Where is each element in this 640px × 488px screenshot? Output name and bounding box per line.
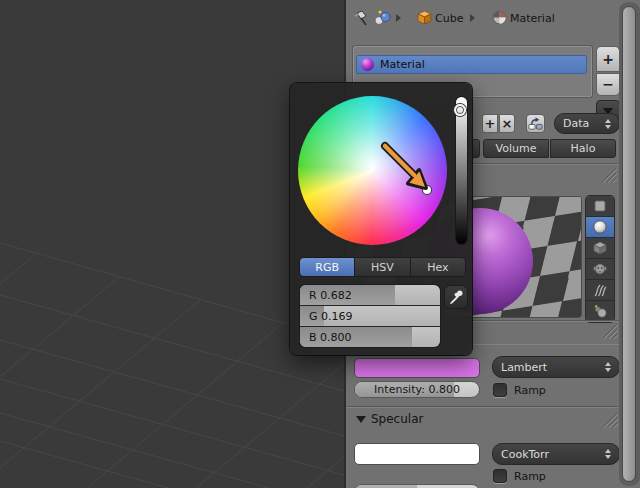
tab-rgb[interactable]: RGB	[300, 258, 355, 276]
eyedropper-icon	[447, 288, 465, 306]
unlink-material-button[interactable]: ×	[499, 114, 515, 133]
preview-flat-button[interactable]	[586, 196, 614, 217]
world-sphere-icon	[592, 303, 608, 319]
preview-world-button[interactable]	[586, 301, 614, 322]
diffuse-intensity-slider[interactable]: Intensity: 0.800	[354, 381, 480, 398]
diffuse-shader-dropdown[interactable]: Lambert	[492, 356, 620, 378]
blue-slider[interactable]: B 0.800	[300, 327, 440, 347]
value-slider-handle[interactable]	[454, 104, 466, 116]
specular-panel-title[interactable]: Specular	[371, 412, 423, 426]
breadcrumb: Cube Material	[346, 0, 623, 38]
flat-icon	[592, 198, 608, 214]
preview-cube-button[interactable]	[586, 238, 614, 259]
specular-ramp-label: Ramp	[514, 470, 546, 483]
specular-intensity-slider[interactable]: Intensity: 0.500	[354, 484, 480, 488]
link-data-dropdown[interactable]: Data	[554, 113, 620, 134]
breadcrumb-data[interactable]: Material	[510, 12, 555, 26]
tab-hex-label: Hex	[427, 261, 448, 274]
green-slider[interactable]: G 0.169	[300, 306, 440, 327]
material-slot-row[interactable]: Material	[356, 55, 587, 74]
diffuse-color-swatch[interactable]	[354, 358, 480, 378]
tab-hsv-label: HSV	[371, 261, 394, 274]
header-underline	[460, 344, 623, 345]
panel-separator	[346, 406, 623, 408]
cube-icon	[417, 10, 432, 25]
sphere-icon	[592, 219, 608, 235]
panel-resize-corner-icon[interactable]	[597, 413, 619, 428]
panel-resize-corner-icon[interactable]	[597, 324, 619, 339]
tab-halo[interactable]: Halo	[550, 139, 616, 158]
specular-ramp-checkbox[interactable]	[493, 469, 507, 483]
diffuse-ramp-label: Ramp	[514, 384, 546, 397]
dropdown-arrows-icon	[605, 119, 611, 129]
tab-volume[interactable]: Volume	[483, 139, 549, 158]
specular-shader-dropdown[interactable]: CookTorr	[492, 443, 620, 465]
dropdown-arrows-icon	[605, 449, 611, 459]
specular-shader-label: CookTorr	[501, 448, 549, 461]
specular-collapse-triangle[interactable]	[356, 416, 366, 423]
picker-mode-tabs: RGB HSV Hex	[300, 258, 465, 276]
diffuse-shader-label: Lambert	[501, 361, 547, 374]
red-slider-label: R 0.682	[300, 285, 440, 305]
material-ball-icon	[361, 58, 374, 71]
rgb-sliders: R 0.682 G 0.169 B 0.800	[300, 285, 440, 347]
panel-resize-corner-icon[interactable]	[596, 168, 618, 183]
color-picker-popup: RGB HSV Hex R 0.682 G 0.169 B 0.800	[290, 83, 472, 355]
nodes-icon	[527, 115, 544, 132]
remove-slot-button[interactable]: −	[596, 73, 620, 96]
tab-hex[interactable]: Hex	[411, 258, 465, 276]
preview-monkey-button[interactable]	[586, 259, 614, 280]
preview-type-buttons	[586, 196, 614, 322]
specular-color-swatch[interactable]	[354, 443, 480, 465]
pin-icon[interactable]	[353, 10, 369, 27]
preview-sphere-button[interactable]	[586, 217, 614, 238]
diffuse-intensity-label: Intensity: 0.800	[355, 382, 479, 397]
breadcrumb-arrow-icon	[396, 14, 401, 22]
material-slot-name: Material	[380, 58, 425, 71]
value-slider[interactable]	[456, 97, 467, 244]
new-material-button[interactable]: +	[482, 114, 498, 133]
cube-preview-icon	[592, 240, 608, 256]
blue-slider-label: B 0.800	[300, 327, 440, 347]
diffuse-ramp-checkbox[interactable]	[493, 383, 507, 397]
scrollbar-thumb[interactable]	[622, 6, 636, 482]
monkey-icon	[592, 261, 608, 277]
blender-window: Cube Material Material + − + ×	[0, 0, 640, 488]
material-icon	[492, 10, 507, 25]
mouse-cursor-arrow-icon	[378, 141, 434, 197]
scene-icon[interactable]	[374, 9, 392, 27]
breadcrumb-arrow-icon	[470, 14, 475, 22]
hair-icon	[592, 282, 608, 298]
dropdown-arrows-icon	[605, 362, 611, 372]
red-slider[interactable]: R 0.682	[300, 285, 440, 306]
eyedropper-button[interactable]	[445, 286, 467, 308]
tab-hsv[interactable]: HSV	[355, 258, 410, 276]
tab-volume-label: Volume	[496, 142, 537, 155]
breadcrumb-object[interactable]: Cube	[435, 12, 463, 26]
tab-halo-label: Halo	[571, 142, 596, 155]
nodes-button[interactable]	[526, 114, 545, 133]
tab-rgb-label: RGB	[315, 261, 339, 274]
preview-hair-button[interactable]	[586, 280, 614, 301]
add-slot-button[interactable]: +	[596, 46, 620, 72]
link-data-label: Data	[563, 117, 589, 130]
green-slider-label: G 0.169	[300, 306, 440, 326]
